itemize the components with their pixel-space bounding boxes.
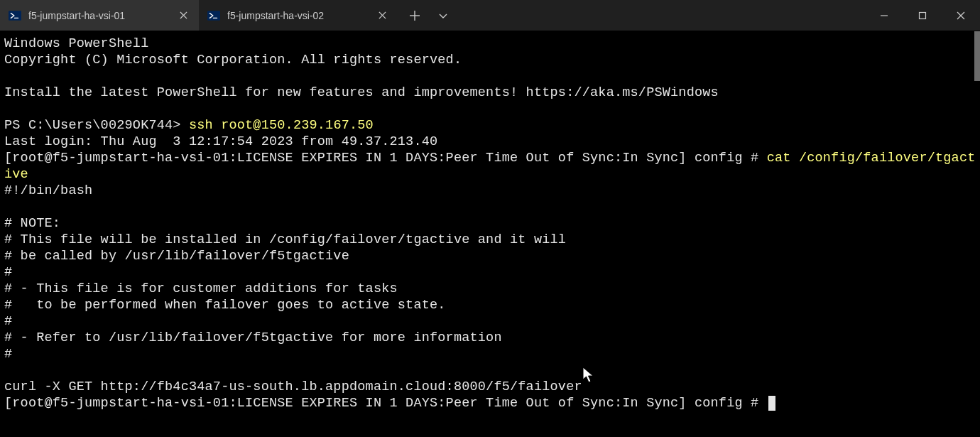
line: curl -X GET http://fb4c34a7-us-south.lb.… <box>4 379 582 394</box>
tab-2-close-button[interactable] <box>375 9 389 23</box>
line: # <box>4 265 12 280</box>
tab-dropdown-button[interactable] <box>430 4 456 27</box>
line: # be called by /usr/lib/failover/f5tgact… <box>4 249 349 264</box>
line: # - This file is for customer additions … <box>4 281 398 296</box>
window-controls <box>865 0 980 31</box>
minimize-button[interactable] <box>865 0 903 31</box>
maximize-button[interactable] <box>903 0 942 31</box>
tab-1-close-button[interactable] <box>176 9 190 23</box>
line: Copyright (C) Microsoft Corporation. All… <box>4 53 462 68</box>
line: # This file will be installed in /config… <box>4 232 566 247</box>
scrollbar-thumb[interactable] <box>974 31 980 81</box>
command: ssh root@150.239.167.50 <box>189 118 374 133</box>
line: # to be performed when failover goes to … <box>4 298 446 313</box>
tab-actions <box>398 0 456 31</box>
svg-rect-11 <box>920 12 926 18</box>
line: #!/bin/bash <box>4 183 92 198</box>
line: # NOTE: <box>4 216 60 231</box>
line: Install the latest PowerShell for new fe… <box>4 85 719 100</box>
prompt: [root@f5-jumpstart-ha-vsi-01:LICENSE EXP… <box>4 151 767 166</box>
line: Last login: Thu Aug 3 12:17:54 2023 from… <box>4 134 437 149</box>
powershell-icon <box>207 9 220 22</box>
titlebar: f5-jumpstart-ha-vsi-01 f5-jumpstart-ha-v… <box>0 0 980 31</box>
tab-2-label: f5-jumpstart-ha-vsi-02 <box>227 10 368 21</box>
line: Windows PowerShell <box>4 36 148 51</box>
prompt: [root@f5-jumpstart-ha-vsi-01:LICENSE EXP… <box>4 396 767 411</box>
line: # - Refer to /usr/lib/failover/f5tgactiv… <box>4 330 502 345</box>
prompt: PS C:\Users\0029OK744> <box>4 118 189 133</box>
svg-rect-4 <box>207 11 220 21</box>
line: # <box>4 314 12 329</box>
terminal-cursor <box>768 396 775 411</box>
new-tab-button[interactable] <box>402 4 428 27</box>
terminal-output[interactable]: Windows PowerShell Copyright (C) Microso… <box>0 31 980 416</box>
powershell-icon <box>9 9 21 22</box>
svg-rect-0 <box>9 11 21 21</box>
line: # <box>4 347 12 362</box>
tab-1-label: f5-jumpstart-ha-vsi-01 <box>28 10 169 21</box>
tab-1[interactable]: f5-jumpstart-ha-vsi-01 <box>0 0 199 31</box>
tab-2[interactable]: f5-jumpstart-ha-vsi-02 <box>199 0 398 31</box>
tab-strip: f5-jumpstart-ha-vsi-01 f5-jumpstart-ha-v… <box>0 0 456 31</box>
close-window-button[interactable] <box>942 0 980 31</box>
